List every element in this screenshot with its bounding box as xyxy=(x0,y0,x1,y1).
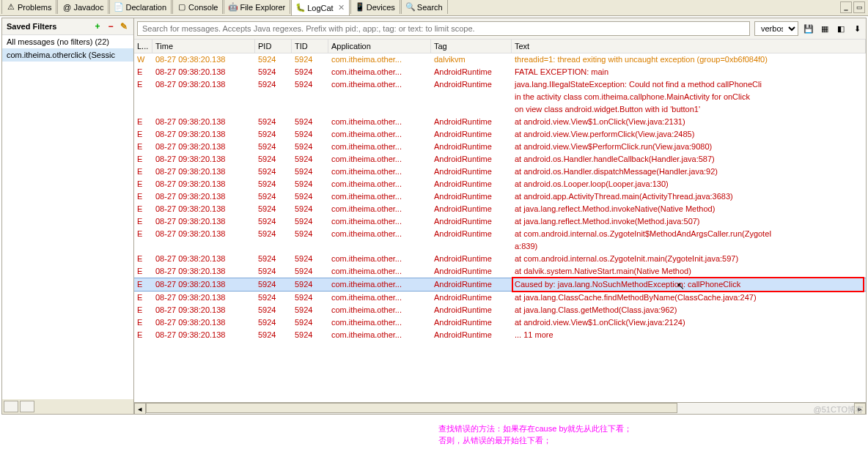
log-row[interactable]: E08-27 09:38:20.13859245924com.itheima.o… xyxy=(134,78,866,91)
log-row[interactable]: E08-27 09:38:20.13859245924com.itheima.o… xyxy=(134,278,866,292)
log-app: com.itheima.other... xyxy=(328,329,431,341)
scroll-thumb[interactable] xyxy=(146,403,677,413)
log-tag: AndroidRuntime xyxy=(431,166,512,178)
close-icon[interactable]: ✕ xyxy=(338,3,345,12)
log-text: threadid=1: thread exiting with uncaught… xyxy=(512,53,866,66)
log-tag: AndroidRuntime xyxy=(431,141,512,153)
save-icon[interactable]: 💾 xyxy=(803,23,814,34)
log-text: at android.app.ActivityThread.main(Activ… xyxy=(512,190,866,203)
log-text: ... 11 more xyxy=(512,329,866,341)
log-time: 08-27 09:38:20.138 xyxy=(152,53,255,66)
log-row[interactable]: E08-27 09:38:20.13859245924com.itheima.o… xyxy=(134,265,866,278)
tab-javadoc[interactable]: @Javadoc xyxy=(57,0,108,14)
tab-declaration[interactable]: 📄Declaration xyxy=(109,0,172,14)
log-body[interactable]: W08-27 09:38:20.13859245924com.itheima.o… xyxy=(134,53,866,402)
log-tag: AndroidRuntime xyxy=(431,265,512,278)
log-app: com.itheima.other... xyxy=(328,66,431,78)
tab-problems[interactable]: ⚠Problems xyxy=(1,0,56,14)
log-row[interactable]: E08-27 09:38:20.13859245924com.itheima.o… xyxy=(134,292,866,304)
log-text: at java.lang.ClassCache.findMethodByName… xyxy=(512,292,866,304)
col-app[interactable]: Application xyxy=(328,40,431,53)
log-tid: 5924 xyxy=(292,190,328,203)
log-level: E xyxy=(134,190,152,203)
log-row[interactable]: E08-27 09:38:20.13859245924com.itheima.o… xyxy=(134,203,866,215)
tab-search[interactable]: 🔍Search xyxy=(401,0,448,14)
log-level: E xyxy=(134,292,152,304)
log-row[interactable]: E08-27 09:38:20.13859245924com.itheima.o… xyxy=(134,116,866,128)
log-row[interactable]: in the activity class com.itheima.callph… xyxy=(134,91,866,103)
log-level: E xyxy=(134,265,152,278)
log-row[interactable]: E08-27 09:38:20.13859245924com.itheima.o… xyxy=(134,304,866,316)
log-row[interactable]: E08-27 09:38:20.13859245924com.itheima.o… xyxy=(134,66,866,78)
col-tag[interactable]: Tag xyxy=(431,40,512,53)
log-app: com.itheima.other... xyxy=(328,265,431,278)
tab-label: Declaration xyxy=(125,3,166,12)
tab-label: File Explorer xyxy=(240,3,285,12)
col-level[interactable]: L... xyxy=(134,40,152,53)
log-pid: 5924 xyxy=(255,178,292,190)
log-row[interactable]: E08-27 09:38:20.13859245924com.itheima.o… xyxy=(134,228,866,240)
log-tid: 5924 xyxy=(292,265,328,278)
log-row[interactable]: E08-27 09:38:20.13859245924com.itheima.o… xyxy=(134,253,866,265)
log-tag: AndroidRuntime xyxy=(431,292,512,304)
log-tid: 5924 xyxy=(292,329,328,341)
log-row[interactable]: E08-27 09:38:20.13859245924com.itheima.o… xyxy=(134,215,866,228)
log-row[interactable]: E08-27 09:38:20.13859245924com.itheima.o… xyxy=(134,190,866,203)
search-row: verbose 💾 ▦ ◧ ⬇ xyxy=(134,18,866,40)
log-row[interactable]: E08-27 09:38:20.13859245924com.itheima.o… xyxy=(134,178,866,190)
minimize-icon[interactable]: ‗ xyxy=(840,1,852,13)
edit-filter-icon[interactable]: ✎ xyxy=(119,21,129,31)
log-tid: 5924 xyxy=(292,128,328,141)
log-pid: 5924 xyxy=(255,153,292,166)
tab-logcat[interactable]: 🐛LogCat✕ xyxy=(291,0,349,15)
remove-filter-icon[interactable]: − xyxy=(106,21,116,31)
log-text: java.lang.IllegalStateException: Could n… xyxy=(512,78,866,91)
h-scrollbar[interactable]: ◂ ▸ xyxy=(134,402,866,414)
log-app: com.itheima.other... xyxy=(328,278,431,291)
tab-icon: 🐛 xyxy=(296,4,305,12)
scroll-lock-icon[interactable]: ⬇ xyxy=(851,23,863,34)
tab-devices[interactable]: 📱Devices xyxy=(350,0,400,14)
display-icon[interactable]: ◧ xyxy=(835,23,847,34)
tab-console[interactable]: ▢Console xyxy=(172,0,223,14)
log-row[interactable]: E08-27 09:38:20.13859245924com.itheima.o… xyxy=(134,329,866,341)
clear-icon[interactable]: ▦ xyxy=(819,23,831,34)
log-tag: AndroidRuntime xyxy=(431,178,512,190)
log-tag: AndroidRuntime xyxy=(431,278,512,291)
log-level: E xyxy=(134,278,152,291)
log-time: 08-27 09:38:20.138 xyxy=(152,128,255,141)
log-row[interactable]: E08-27 09:38:20.13859245924com.itheima.o… xyxy=(134,153,866,166)
log-tag: AndroidRuntime xyxy=(431,304,512,316)
sidebar-item[interactable]: com.itheima.otherclick (Sessic xyxy=(2,48,133,62)
log-tag: AndroidRuntime xyxy=(431,66,512,78)
log-row[interactable]: E08-27 09:38:20.13859245924com.itheima.o… xyxy=(134,141,866,153)
log-level-select[interactable]: verbose xyxy=(754,21,798,36)
sidebar-item[interactable]: All messages (no filters) (22) xyxy=(2,35,133,48)
log-row[interactable]: W08-27 09:38:20.13859245924com.itheima.o… xyxy=(134,53,866,66)
log-row[interactable]: a:839) xyxy=(134,240,866,253)
log-app: com.itheima.other... xyxy=(328,166,431,178)
log-row[interactable]: E08-27 09:38:20.13859245924com.itheima.o… xyxy=(134,316,866,329)
log-row[interactable]: E08-27 09:38:20.13859245924com.itheima.o… xyxy=(134,128,866,141)
log-level: E xyxy=(134,228,152,240)
add-filter-icon[interactable]: + xyxy=(92,21,103,31)
search-input[interactable] xyxy=(137,21,750,36)
log-time: 08-27 09:38:20.138 xyxy=(152,253,255,265)
log-row[interactable]: on view class android.widget.Button with… xyxy=(134,103,866,116)
col-time[interactable]: Time xyxy=(152,40,255,53)
sidebar-tool-1[interactable] xyxy=(4,401,18,412)
scroll-track[interactable] xyxy=(146,403,854,414)
log-tid: 5924 xyxy=(292,166,328,178)
sidebar-tool-2[interactable] xyxy=(20,401,34,412)
col-tid[interactable]: TID xyxy=(292,40,328,53)
col-pid[interactable]: PID xyxy=(255,40,292,53)
log-level: E xyxy=(134,316,152,329)
log-row[interactable]: E08-27 09:38:20.13859245924com.itheima.o… xyxy=(134,166,866,178)
log-time: 08-27 09:38:20.138 xyxy=(152,166,255,178)
scroll-left-icon[interactable]: ◂ xyxy=(134,403,146,414)
maximize-icon[interactable]: ▭ xyxy=(853,1,865,13)
col-text[interactable]: Text xyxy=(512,40,866,53)
log-pid: 5924 xyxy=(255,278,292,291)
tab-icon: ⚠ xyxy=(7,3,15,12)
tab-file-explorer[interactable]: 🤖File Explorer xyxy=(224,0,290,14)
